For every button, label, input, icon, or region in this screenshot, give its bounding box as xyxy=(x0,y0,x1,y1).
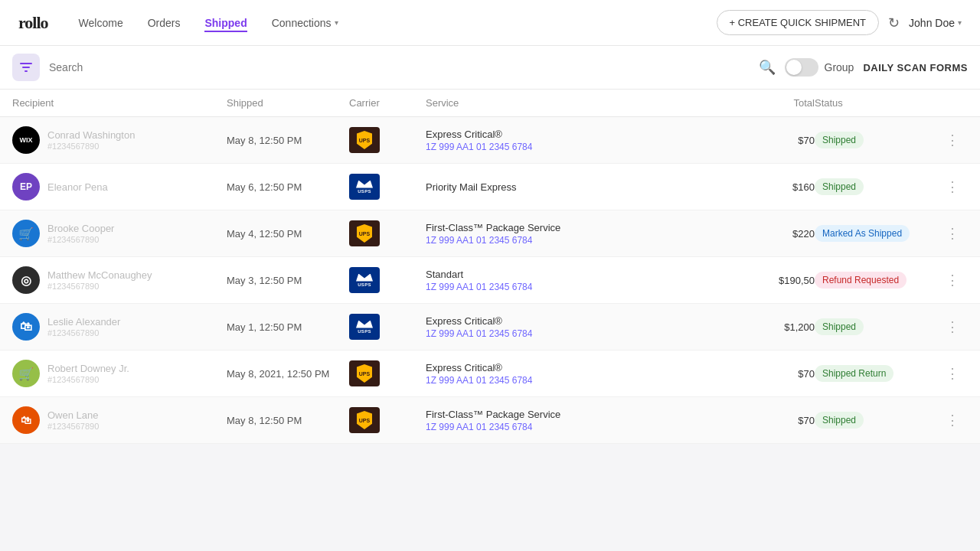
search-input[interactable] xyxy=(49,61,753,73)
recipient-name: Matthew McConaughey xyxy=(47,269,152,281)
carrier-cell: USPS xyxy=(349,314,426,340)
carrier-cell: USPS xyxy=(349,267,426,293)
logo: rollo xyxy=(18,13,48,33)
table-row: 🛍 Leslie Alexander #1234567890 May 1, 12… xyxy=(0,304,980,350)
service-name: Express Critical® xyxy=(426,129,723,140)
more-options-button[interactable]: ⋮ xyxy=(937,318,968,335)
svg-rect-0 xyxy=(20,63,32,64)
recipient-info: Brooke Cooper #1234567890 xyxy=(47,223,114,244)
shipped-date: May 8, 2021, 12:50 PM xyxy=(227,368,349,380)
total-amount: $70 xyxy=(723,415,815,426)
user-chevron-icon: ▾ xyxy=(958,18,962,27)
status-cell: Shipped xyxy=(815,412,937,429)
status-badge: Refund Requested xyxy=(815,272,906,289)
col-total: Total xyxy=(723,97,815,109)
recipient-cell: EP Eleanor Pena xyxy=(12,173,227,201)
nav-shipped[interactable]: Shipped xyxy=(204,14,247,32)
avatar: EP xyxy=(12,173,40,201)
tracking-link[interactable]: 1Z 999 AA1 01 2345 6784 xyxy=(426,422,723,432)
recipient-id: #1234567890 xyxy=(47,375,129,384)
tracking-link[interactable]: 1Z 999 AA1 01 2345 6784 xyxy=(426,328,723,339)
daily-scan-button[interactable]: DAILY SCAN FORMS xyxy=(863,62,968,73)
total-amount: $70 xyxy=(723,368,815,380)
table-row: 🛒 Brooke Cooper #1234567890 May 4, 12:50… xyxy=(0,210,980,257)
user-menu[interactable]: John Doe ▾ xyxy=(909,17,962,29)
total-amount: $160 xyxy=(723,181,815,193)
nav-orders[interactable]: Orders xyxy=(148,14,181,32)
recipient-name: Brooke Cooper xyxy=(47,223,114,234)
chevron-down-icon: ▾ xyxy=(335,18,338,27)
recipient-info: Robert Downey Jr. #1234567890 xyxy=(47,363,129,384)
create-shipment-button[interactable]: + CREATE QUICK SHIPMENT xyxy=(717,10,880,35)
shipped-date: May 3, 12:50 PM xyxy=(227,275,349,286)
status-badge: Shipped xyxy=(815,132,864,148)
tracking-link[interactable]: 1Z 999 AA1 01 2345 6784 xyxy=(426,235,723,246)
nav-welcome[interactable]: Welcome xyxy=(79,14,123,32)
tracking-link[interactable]: 1Z 999 AA1 01 2345 6784 xyxy=(426,282,723,292)
recipient-id: #1234567890 xyxy=(47,328,120,337)
total-amount: $70 xyxy=(723,135,815,146)
service-cell: First-Class™ Package Service 1Z 999 AA1 … xyxy=(426,222,723,246)
recipient-info: Owen Lane #1234567890 xyxy=(47,409,99,431)
recipient-id: #1234567890 xyxy=(47,282,152,291)
search-icon[interactable]: 🔍 xyxy=(759,59,776,76)
service-name: Express Critical® xyxy=(426,315,723,327)
recipient-info: Eleanor Pena xyxy=(47,181,108,193)
svg-rect-1 xyxy=(22,67,30,68)
more-options-button[interactable]: ⋮ xyxy=(937,132,968,148)
group-label: Group xyxy=(825,61,854,73)
recipient-id: #1234567890 xyxy=(47,422,99,431)
recipient-name: Conrad Washington xyxy=(47,129,135,141)
avatar: ◎ xyxy=(12,266,40,294)
svg-rect-2 xyxy=(24,70,28,72)
more-options-button[interactable]: ⋮ xyxy=(937,412,968,429)
refresh-icon[interactable]: ↻ xyxy=(888,15,900,31)
more-options-button[interactable]: ⋮ xyxy=(937,365,968,382)
status-cell: Shipped xyxy=(815,318,937,335)
nav-connections[interactable]: Connections ▾ xyxy=(272,14,338,32)
search-wrapper: 🔍 xyxy=(49,59,776,76)
col-service: Service xyxy=(426,97,723,109)
carrier-cell: USPS xyxy=(349,174,426,200)
tracking-link[interactable]: 1Z 999 AA1 01 2345 6784 xyxy=(426,375,723,386)
service-name: First-Class™ Package Service xyxy=(426,222,723,233)
group-toggle-wrapper: Group xyxy=(785,58,854,77)
service-cell: Express Critical® 1Z 999 AA1 01 2345 678… xyxy=(426,315,723,339)
more-options-button[interactable]: ⋮ xyxy=(937,272,968,289)
shipped-date: May 8, 12:50 PM xyxy=(227,135,349,146)
toolbar: 🔍 Group DAILY SCAN FORMS xyxy=(0,46,980,90)
recipient-id: #1234567890 xyxy=(47,142,135,151)
service-name: First-Class™ Package Service xyxy=(426,409,723,420)
status-cell: Shipped Return xyxy=(815,365,937,382)
avatar: 🛒 xyxy=(12,220,40,247)
status-cell: Shipped xyxy=(815,178,937,195)
col-status: Status xyxy=(815,97,937,109)
shipped-date: May 6, 12:50 PM xyxy=(227,181,349,193)
tracking-link[interactable]: 1Z 999 AA1 01 2345 6784 xyxy=(426,142,723,152)
col-recipient: Recipient xyxy=(12,97,227,109)
service-name: Standart xyxy=(426,269,723,280)
carrier-cell: UPS xyxy=(349,360,426,386)
table-row: WIX Conrad Washington #1234567890 May 8,… xyxy=(0,117,980,164)
shipped-table: Recipient Shipped Carrier Service Total … xyxy=(0,90,980,444)
table-body: WIX Conrad Washington #1234567890 May 8,… xyxy=(0,117,980,444)
table-header: Recipient Shipped Carrier Service Total … xyxy=(0,90,980,117)
status-badge: Marked As Shipped xyxy=(815,225,910,242)
header: rollo Welcome Orders Shipped Connections… xyxy=(0,0,980,46)
more-options-button[interactable]: ⋮ xyxy=(937,178,968,195)
status-badge: Shipped xyxy=(815,318,864,335)
service-name: Express Critical® xyxy=(426,362,723,373)
avatar: 🛒 xyxy=(12,360,40,387)
service-cell: Priority Mail Express xyxy=(426,181,723,193)
recipient-name: Robert Downey Jr. xyxy=(47,363,129,374)
status-cell: Marked As Shipped xyxy=(815,225,937,242)
status-badge: Shipped xyxy=(815,412,864,429)
avatar: 🛍 xyxy=(12,406,40,434)
more-options-button[interactable]: ⋮ xyxy=(937,225,968,242)
header-right: + CREATE QUICK SHIPMENT ↻ John Doe ▾ xyxy=(717,10,962,35)
group-toggle[interactable] xyxy=(785,58,818,77)
carrier-cell: UPS xyxy=(349,127,426,153)
recipient-name: Leslie Alexander xyxy=(47,316,120,328)
table-row: ◎ Matthew McConaughey #1234567890 May 3,… xyxy=(0,257,980,304)
filter-button[interactable] xyxy=(12,54,40,81)
